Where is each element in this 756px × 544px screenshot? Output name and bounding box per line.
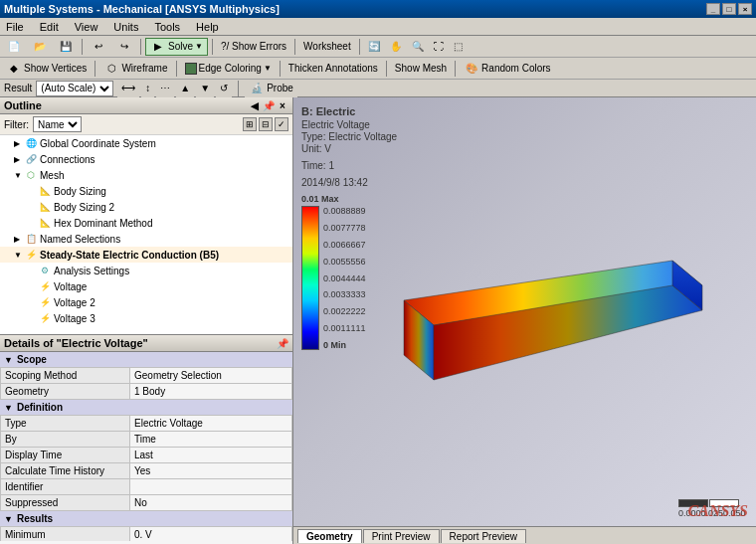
save-button[interactable]: 💾 [54,38,78,56]
result-icon3[interactable]: ⋯ [156,80,174,97]
thicken-button[interactable]: Thicken Annotations [284,60,382,78]
minimize-button[interactable]: _ [706,3,720,15]
tree-item-body-sizing[interactable]: 📐 Body Sizing [0,183,292,199]
menu-units[interactable]: Units [109,20,142,34]
legend-labels: 0.0088889 0.0077778 0.0066667 0.0055556 … [323,206,366,350]
menu-tools[interactable]: Tools [150,20,184,34]
tree-item-mesh[interactable]: ▼ ⬡ Mesh [0,167,292,183]
outline-tree: ▶ 🌐 Global Coordinate System ▶ 🔗 Connect… [0,135,292,326]
menu-view[interactable]: View [71,20,102,34]
result-icon1[interactable]: ⟷ [117,80,139,97]
filter-icon1[interactable]: ⊞ [243,117,257,131]
worksheet-label: Worksheet [303,41,351,52]
tab-report-preview[interactable]: Report Preview [441,529,526,543]
tree-item-voltage3[interactable]: ⚡ Voltage 3 [0,310,292,326]
tree-item-analysis-settings[interactable]: ⚙ Analysis Settings [0,263,292,278]
outline-pin-button[interactable]: 📌 [263,99,275,111]
zoom-icon: 🔍 [412,41,424,52]
close-button[interactable]: × [738,3,752,15]
legend-max-label: 0.01 Max [301,194,366,204]
tree-item-body-sizing2[interactable]: 📐 Body Sizing 2 [0,199,292,215]
ss-arrow-icon[interactable]: ▼ [14,251,24,260]
result-icon4[interactable]: ▲ [176,80,194,97]
open-button[interactable]: 📂 [28,38,52,56]
wireframe-button[interactable]: ⬡ Wireframe [99,60,171,78]
undo-button[interactable]: ↩ [87,38,110,56]
autoscale-select[interactable]: (Auto Scale) [36,81,113,96]
tree-item-voltage[interactable]: ⚡ Voltage [0,278,292,294]
maximize-button[interactable]: □ [722,3,736,15]
scoping-method-value[interactable]: Geometry Selection [130,368,292,384]
definition-section-header[interactable]: ▼ Definition [0,400,292,415]
solve-button[interactable]: ▶ Solve ▼ [145,38,208,56]
result-icon6[interactable]: ↺ [216,80,232,97]
by-value[interactable]: Time [130,432,292,448]
calc-history-value[interactable]: Yes [130,463,292,479]
outline-filter-row: Filter: Name ⊞ ⊟ ✓ [0,114,292,135]
result-icon5[interactable]: ▼ [196,80,214,97]
legend-title: B: Electric [301,105,397,117]
logo-text: C [688,502,699,519]
suppressed-value[interactable]: No [130,495,292,511]
window-controls[interactable]: _ □ × [706,3,752,15]
type-value[interactable]: Electric Voltage [130,416,292,432]
connections-arrow-icon[interactable]: ▶ [14,155,24,164]
new-button[interactable]: 📄 [2,38,26,56]
redo-button[interactable]: ↪ [112,38,136,56]
scope-collapse-icon[interactable]: ▼ [4,355,13,365]
menu-help[interactable]: Help [192,20,223,34]
def-collapse-icon[interactable]: ▼ [4,403,13,413]
v3-arrow-icon [28,314,38,323]
tree-item-steady-state[interactable]: ▼ ⚡ Steady-State Electric Conduction (B5… [0,247,292,263]
tab-geometry[interactable]: Geometry [297,529,362,543]
zoom-button[interactable]: 🔍 [408,38,428,56]
worksheet-button[interactable]: Worksheet [299,38,355,56]
results-table: Minimum 0. V Maximum 1.e-002 V [0,526,292,541]
tab-print-preview[interactable]: Print Preview [363,529,440,543]
menu-edit[interactable]: Edit [36,20,63,34]
show-vertices-button[interactable]: ◆ Show Vertices [2,60,91,78]
show-errors-button[interactable]: ?/ Show Errors [217,38,290,56]
display-time-value[interactable]: Last [130,448,292,463]
outline-expand-button[interactable]: × [277,99,288,111]
result-scale-icon: ↕ [145,83,150,93]
show-vertices-label: Show Vertices [24,63,87,74]
body-sizing-label: Body Sizing [54,186,106,197]
sep2 [140,39,141,55]
type-row: Type Electric Voltage [1,416,292,432]
pan-button[interactable]: ✋ [386,38,406,56]
scope-section-header[interactable]: ▼ Scope [0,352,292,367]
menu-file[interactable]: File [2,20,28,34]
edge-coloring-button[interactable]: Edge Coloring ▼ [181,60,276,78]
random-colors-button[interactable]: 🎨 Random Colors [460,60,554,78]
viewport[interactable]: B: Electric Electric Voltage Type: Elect… [293,97,756,544]
details-pin-button[interactable]: 📌 [277,337,288,349]
tree-item-connections[interactable]: ▶ 🔗 Connections [0,151,292,167]
filter-icon3[interactable]: ✓ [275,117,288,131]
minimum-value[interactable]: 0. V [130,527,292,542]
rotate-button[interactable]: 🔄 [364,38,384,56]
show-mesh-button[interactable]: Show Mesh [391,60,451,78]
tree-item-global[interactable]: ▶ 🌐 Global Coordinate System [0,135,292,151]
tree-item-voltage2[interactable]: ⚡ Voltage 2 [0,294,292,310]
result-icon2[interactable]: ↕ [141,80,154,97]
global-arrow-icon[interactable]: ▶ [14,139,24,148]
box-zoom-button[interactable]: ⬚ [450,38,467,56]
tree-item-named-selections[interactable]: ▶ 📋 Named Selections [0,231,292,247]
filter-select[interactable]: Name [33,116,82,132]
outline-close-button[interactable]: ◀ [249,99,261,111]
fit-button[interactable]: ⛶ [430,38,448,56]
geometry-row: Geometry 1 Body [1,384,292,400]
sep9 [386,61,387,77]
tree-item-hex-dominant[interactable]: 📐 Hex Dominant Method [0,215,292,231]
ns-arrow-icon[interactable]: ▶ [14,235,24,244]
probe-button[interactable]: 🔬 Probe [245,80,297,97]
hex-dominant-label: Hex Dominant Method [54,218,153,229]
geometry-value[interactable]: 1 Body [130,384,292,400]
display-time-label: Display Time [1,448,130,463]
filter-icon2[interactable]: ⊟ [259,117,273,131]
results-section-header[interactable]: ▼ Results [0,511,292,526]
results-collapse-icon[interactable]: ▼ [4,514,13,524]
identifier-value[interactable] [130,479,292,495]
mesh-arrow-icon[interactable]: ▼ [14,171,24,180]
